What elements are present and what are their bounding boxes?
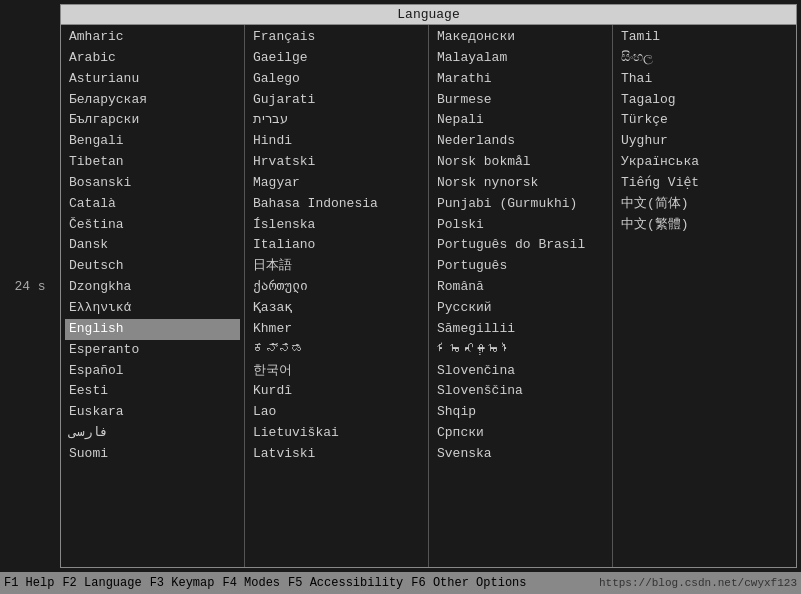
language-item[interactable]: Magyar bbox=[249, 173, 424, 194]
language-item[interactable]: Euskara bbox=[65, 402, 240, 423]
language-item[interactable]: עברית bbox=[249, 110, 424, 131]
language-item[interactable]: Bengali bbox=[65, 131, 240, 152]
language-item[interactable]: 中文(繁體) bbox=[617, 215, 792, 236]
language-item[interactable]: Ελληνικά bbox=[65, 298, 240, 319]
language-item[interactable]: Latviski bbox=[249, 444, 424, 465]
lang-col-0: AmharicArabicAsturianuБеларускаяБългарск… bbox=[61, 25, 245, 567]
url-label: https://blog.csdn.net/cwyxf123 bbox=[599, 577, 797, 589]
language-item[interactable]: Gujarati bbox=[249, 90, 424, 111]
language-item[interactable]: Shqip bbox=[433, 402, 608, 423]
language-item[interactable]: Gaeilge bbox=[249, 48, 424, 69]
f6-other-options[interactable]: F6 Other Options bbox=[411, 576, 526, 590]
language-item[interactable]: Türkçe bbox=[617, 110, 792, 131]
f2-language[interactable]: F2 Language bbox=[62, 576, 141, 590]
language-item[interactable]: Suomi bbox=[65, 444, 240, 465]
language-item[interactable]: Arabic bbox=[65, 48, 240, 69]
language-item[interactable]: Bosanski bbox=[65, 173, 240, 194]
language-item[interactable]: Thai bbox=[617, 69, 792, 90]
language-item[interactable]: Български bbox=[65, 110, 240, 131]
lang-col-1: FrançaisGaeilgeGalegoGujaratiעבריתHindiH… bbox=[245, 25, 429, 567]
language-item[interactable]: Tibetan bbox=[65, 152, 240, 173]
language-item[interactable]: English bbox=[65, 319, 240, 340]
language-item[interactable]: فارسی bbox=[65, 423, 240, 444]
language-item[interactable]: Dansk bbox=[65, 235, 240, 256]
language-item[interactable]: Українська bbox=[617, 152, 792, 173]
main-area: 24 s Language AmharicArabicAsturianuБела… bbox=[0, 0, 801, 572]
language-item[interactable]: Deutsch bbox=[65, 256, 240, 277]
language-item[interactable]: Català bbox=[65, 194, 240, 215]
language-item[interactable]: Amharic bbox=[65, 27, 240, 48]
language-item[interactable]: Tiếng Việt bbox=[617, 173, 792, 194]
language-item[interactable]: ᠮᠣᠩᠭᠣᠯ bbox=[433, 340, 608, 361]
language-item[interactable]: Română bbox=[433, 277, 608, 298]
language-item[interactable]: Русский bbox=[433, 298, 608, 319]
language-item[interactable]: Hrvatski bbox=[249, 152, 424, 173]
language-item[interactable]: Marathi bbox=[433, 69, 608, 90]
language-item[interactable]: Kurdî bbox=[249, 381, 424, 402]
language-item[interactable]: Khmer bbox=[249, 319, 424, 340]
language-item[interactable]: Norsk nynorsk bbox=[433, 173, 608, 194]
language-item[interactable]: Slovenščina bbox=[433, 381, 608, 402]
lang-col-2: МакедонскиMalayalamMarathiBurmeseNepaliN… bbox=[429, 25, 613, 567]
language-item[interactable]: Lietuviškai bbox=[249, 423, 424, 444]
lang-col-3: TamilසිංහලThaiTagalogTürkçeUyghurУкраїнс… bbox=[613, 25, 796, 567]
language-item[interactable]: Asturianu bbox=[65, 69, 240, 90]
language-title: Language bbox=[61, 5, 796, 25]
language-item[interactable]: Sāmegillii bbox=[433, 319, 608, 340]
timer: 24 s bbox=[0, 4, 60, 568]
language-item[interactable]: Hindi bbox=[249, 131, 424, 152]
language-item[interactable]: Nepali bbox=[433, 110, 608, 131]
language-item[interactable]: Uyghur bbox=[617, 131, 792, 152]
language-item[interactable]: Français bbox=[249, 27, 424, 48]
language-item[interactable]: Burmese bbox=[433, 90, 608, 111]
language-item[interactable]: Galego bbox=[249, 69, 424, 90]
language-item[interactable]: Italiano bbox=[249, 235, 424, 256]
f1-help[interactable]: F1 Help bbox=[4, 576, 54, 590]
language-item[interactable]: ქართული bbox=[249, 277, 424, 298]
language-item[interactable]: Македонски bbox=[433, 27, 608, 48]
language-item[interactable]: Eesti bbox=[65, 381, 240, 402]
language-item[interactable]: Norsk bokmål bbox=[433, 152, 608, 173]
language-item[interactable]: Português do Brasil bbox=[433, 235, 608, 256]
language-box: Language AmharicArabicAsturianuБеларуска… bbox=[60, 4, 797, 568]
language-item[interactable]: Bahasa Indonesia bbox=[249, 194, 424, 215]
f5-accessibility[interactable]: F5 Accessibility bbox=[288, 576, 403, 590]
language-item[interactable]: Íslenska bbox=[249, 215, 424, 236]
language-item[interactable]: 日本語 bbox=[249, 256, 424, 277]
language-item[interactable]: Svenska bbox=[433, 444, 608, 465]
language-item[interactable]: 한국어 bbox=[249, 361, 424, 382]
language-item[interactable]: Português bbox=[433, 256, 608, 277]
language-item[interactable]: Nederlands bbox=[433, 131, 608, 152]
language-item[interactable]: Slovenčina bbox=[433, 361, 608, 382]
language-columns: AmharicArabicAsturianuБеларускаяБългарск… bbox=[61, 25, 796, 567]
language-item[interactable]: Español bbox=[65, 361, 240, 382]
language-item[interactable]: Dzongkha bbox=[65, 277, 240, 298]
language-item[interactable]: සිංහල bbox=[617, 48, 792, 69]
language-item[interactable]: Tagalog bbox=[617, 90, 792, 111]
language-item[interactable]: Tamil bbox=[617, 27, 792, 48]
f4-modes[interactable]: F4 Modes bbox=[222, 576, 280, 590]
language-item[interactable]: Беларуская bbox=[65, 90, 240, 111]
language-item[interactable]: Esperanto bbox=[65, 340, 240, 361]
language-item[interactable]: Lao bbox=[249, 402, 424, 423]
f3-keymap[interactable]: F3 Keymap bbox=[150, 576, 215, 590]
language-item[interactable]: Malayalam bbox=[433, 48, 608, 69]
language-item[interactable]: 中文(简体) bbox=[617, 194, 792, 215]
language-item[interactable]: Čeština bbox=[65, 215, 240, 236]
bottom-bar: F1 Help F2 Language F3 Keymap F4 Modes F… bbox=[0, 572, 801, 594]
language-item[interactable]: Punjabi (Gurmukhi) bbox=[433, 194, 608, 215]
language-item[interactable]: Српски bbox=[433, 423, 608, 444]
language-item[interactable]: ಕನ್ನಡ bbox=[249, 340, 424, 361]
language-item[interactable]: Қазақ bbox=[249, 298, 424, 319]
language-item[interactable]: Polski bbox=[433, 215, 608, 236]
